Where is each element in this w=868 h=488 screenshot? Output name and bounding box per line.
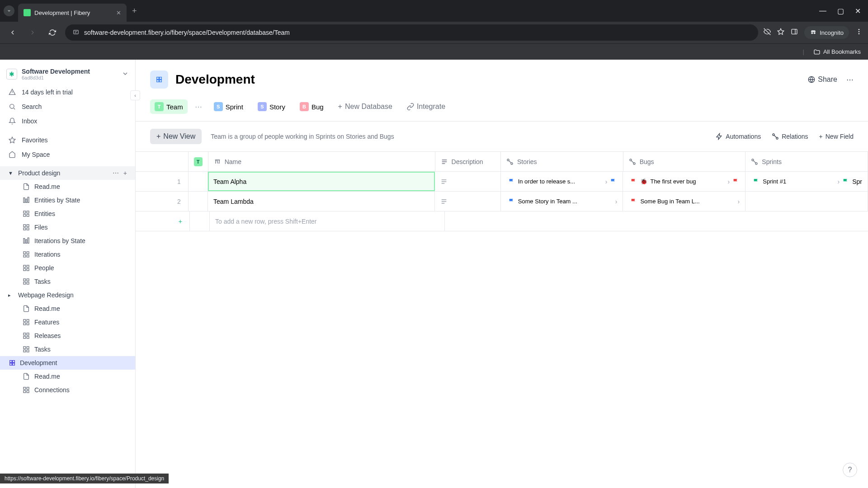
cell-sprints[interactable]: Sprint #1›Spr	[745, 172, 868, 191]
side-panel-icon[interactable]	[791, 28, 798, 37]
chevron-icon: ▼	[8, 170, 14, 176]
minimize-button[interactable]: —	[819, 7, 826, 15]
chevron-right-icon[interactable]: ›	[728, 178, 730, 185]
chevron-right-icon[interactable]: ›	[605, 178, 608, 185]
page-icon[interactable]	[150, 70, 168, 89]
new-database-button[interactable]: +New Database	[334, 100, 397, 113]
cell-bugs[interactable]: Some Bug in Team L...›	[623, 192, 745, 211]
sidebar-trial[interactable]: 14 days left in trial	[0, 85, 135, 99]
bookmark-star-icon[interactable]	[777, 28, 784, 37]
reload-button[interactable]	[45, 25, 60, 40]
collapse-sidebar-button[interactable]: ‹	[130, 90, 140, 100]
url-bar[interactable]: software-development.fibery.io/fibery/sp…	[65, 24, 758, 41]
space-child-item[interactable]: Read.me	[0, 302, 135, 315]
relations-button[interactable]: Relations	[772, 133, 808, 140]
maximize-button[interactable]: ▢	[837, 7, 844, 15]
incognito-badge[interactable]: Incognito	[804, 26, 849, 39]
cell-stories[interactable]: In order to release s...›	[501, 172, 623, 191]
page-more-button[interactable]: ⋯	[846, 75, 854, 84]
db-tab-label: Story	[269, 103, 285, 111]
add-row-plus[interactable]: +	[136, 211, 190, 231]
close-window-button[interactable]: ✕	[855, 7, 861, 15]
browser-menu-button[interactable]	[855, 28, 863, 37]
table-row[interactable]: 1 Team Alpha In order to release s...› 🐞…	[136, 172, 868, 192]
eye-off-icon[interactable]	[764, 28, 771, 37]
space-header[interactable]: ▼Product design⋯+	[0, 166, 135, 180]
new-view-button[interactable]: + New View	[150, 129, 202, 144]
space-child-item[interactable]: Features	[0, 315, 135, 329]
column-stories[interactable]: Stories	[501, 152, 623, 171]
column-name[interactable]: Name	[208, 152, 435, 171]
browser-tab[interactable]: Development | Fibery ✕	[18, 4, 127, 22]
chevron-right-icon[interactable]: ›	[738, 198, 740, 205]
cell-description[interactable]	[435, 172, 500, 191]
chevron-right-icon[interactable]: ›	[838, 178, 840, 185]
space-child-item[interactable]: Tasks	[0, 275, 135, 288]
chevron-right-icon[interactable]: ›	[615, 198, 618, 205]
add-row[interactable]: + To add a new row, press Shift+Enter	[136, 211, 868, 231]
space-header[interactable]: Development	[0, 356, 135, 370]
new-field-label: New Field	[826, 133, 854, 140]
share-button[interactable]: Share	[808, 75, 837, 84]
space-child-item[interactable]: Releases	[0, 329, 135, 343]
space-more-button[interactable]: ⋯	[113, 169, 119, 177]
svg-rect-16	[27, 225, 29, 227]
space-child-item[interactable]: Entities by State	[0, 193, 135, 207]
svg-point-66	[755, 163, 757, 164]
space-child-item[interactable]: Entities	[0, 207, 135, 221]
space-child-item[interactable]: Tasks	[0, 343, 135, 356]
svg-rect-1	[792, 29, 797, 34]
tab-title: Development | Fibery	[34, 9, 90, 16]
site-settings-icon[interactable]	[72, 28, 80, 37]
space-add-button[interactable]: +	[123, 169, 127, 177]
space-child-item[interactable]: People	[0, 261, 135, 275]
cell-description[interactable]	[435, 192, 500, 211]
automations-button[interactable]: Automations	[716, 133, 761, 140]
db-tab[interactable]: TTeam	[150, 99, 188, 114]
workspace-switcher[interactable]: Software Development 6ad8d3d1	[0, 65, 135, 85]
cell-stories[interactable]: Some Story in Team ...›	[501, 192, 623, 211]
svg-rect-19	[24, 239, 25, 244]
cell-bugs[interactable]: 🐞The first ever bug›	[623, 172, 745, 191]
db-badge: S	[214, 102, 223, 111]
column-description[interactable]: Description	[435, 152, 501, 171]
svg-rect-24	[24, 255, 26, 257]
svg-rect-26	[24, 265, 26, 267]
space-child-item[interactable]: Read.me	[0, 370, 135, 383]
db-tab[interactable]: BBug	[295, 99, 328, 114]
sidebar-favorites[interactable]: Favorites	[0, 133, 135, 147]
favorites-label: Favorites	[22, 136, 48, 144]
dev-icon	[8, 359, 16, 366]
column-bugs[interactable]: Bugs	[623, 152, 746, 171]
cell-name[interactable]: Team Lambda	[208, 192, 435, 211]
db-tab[interactable]: SSprint	[209, 99, 248, 114]
sidebar-my-space[interactable]: My Space	[0, 147, 135, 162]
back-button[interactable]	[5, 25, 20, 40]
space-child-item[interactable]: Connections	[0, 383, 135, 397]
view-description: Team is a group of people working in Spr…	[211, 133, 707, 140]
tab-close-button[interactable]: ✕	[116, 9, 121, 16]
new-tab-button[interactable]: +	[132, 6, 137, 16]
all-bookmarks-button[interactable]: All Bookmarks	[813, 48, 861, 56]
sidebar-search[interactable]: Search	[0, 99, 135, 114]
column-sprints[interactable]: Sprints	[745, 152, 868, 171]
new-field-button[interactable]: + New Field	[819, 133, 854, 140]
integrate-button[interactable]: Integrate	[402, 100, 450, 113]
forward-button[interactable]	[25, 25, 40, 40]
row-number: 1	[136, 172, 189, 191]
space-child-item[interactable]: Read.me	[0, 180, 135, 193]
tab-search-button[interactable]	[4, 5, 14, 16]
sidebar-inbox[interactable]: Inbox	[0, 114, 135, 128]
space-child-item[interactable]: Files	[0, 221, 135, 234]
table-row[interactable]: 2 Team Lambda Some Story in Team ...› So…	[136, 192, 868, 211]
space-child-item[interactable]: Iterations by State	[0, 234, 135, 248]
space-header[interactable]: ▸Webpage Redesign	[0, 288, 135, 302]
db-tab-more-button[interactable]: ⋯	[193, 103, 204, 111]
cell-sprints[interactable]	[745, 192, 868, 211]
db-tab[interactable]: SStory	[253, 99, 290, 114]
space-child-item[interactable]: Iterations	[0, 248, 135, 261]
help-button[interactable]: ?	[843, 463, 857, 477]
cell-name[interactable]: Team Alpha	[208, 172, 435, 191]
svg-point-65	[752, 159, 754, 161]
workspace-name: Software Development	[22, 68, 117, 75]
